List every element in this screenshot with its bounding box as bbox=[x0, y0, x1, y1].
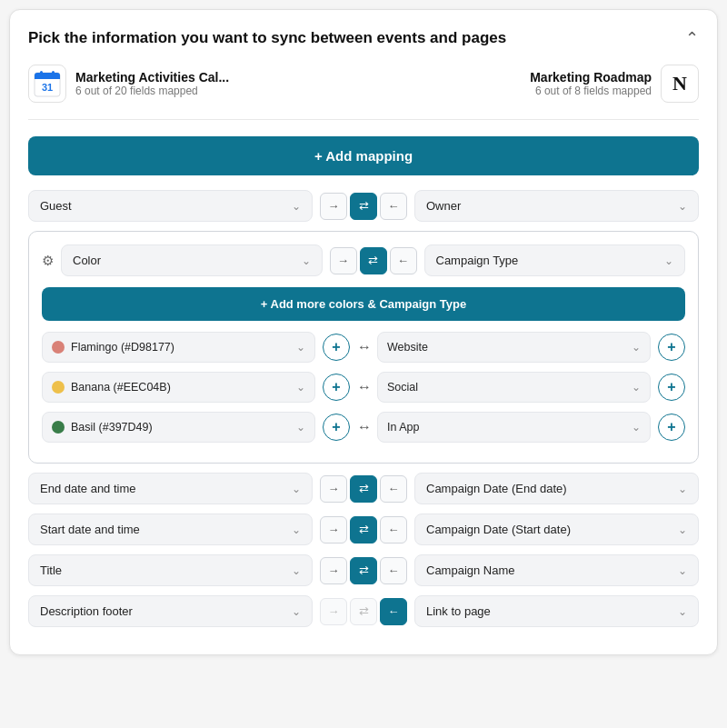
both-arrow-btn[interactable]: ⇄ bbox=[350, 598, 377, 625]
chevron-down-icon: ⌄ bbox=[292, 524, 301, 536]
banana-dot bbox=[52, 381, 65, 394]
direction-group-title: → ⇄ ← bbox=[320, 557, 407, 584]
chevron-down-icon: ⌄ bbox=[296, 341, 305, 354]
chevron-down-icon: ⌄ bbox=[664, 254, 673, 267]
campaign-start-date-dropdown[interactable]: Campaign Date (Start date) ⌄ bbox=[414, 514, 699, 545]
svg-rect-2 bbox=[35, 76, 60, 79]
chevron-down-icon: ⌄ bbox=[292, 200, 301, 213]
owner-dropdown[interactable]: Owner ⌄ bbox=[414, 190, 699, 222]
campaign-type-dropdown[interactable]: Campaign Type ⌄ bbox=[424, 244, 686, 276]
right-arrow-btn[interactable]: → bbox=[320, 475, 347, 503]
guest-dropdown[interactable]: Guest ⌄ bbox=[28, 190, 313, 222]
start-date-dropdown[interactable]: Start date and time ⌄ bbox=[28, 514, 313, 545]
end-date-dropdown[interactable]: End date and time ⌄ bbox=[28, 473, 313, 504]
add-mapping-button[interactable]: + Add mapping bbox=[28, 136, 699, 175]
notion-icon: N bbox=[661, 65, 699, 103]
left-source-fields: 6 out of 20 fields mapped bbox=[75, 85, 229, 97]
chevron-down-icon: ⌄ bbox=[632, 421, 641, 434]
right-arrow-btn[interactable]: → bbox=[320, 516, 347, 544]
main-card: Pick the information you want to sync be… bbox=[9, 9, 718, 655]
both-arrow-btn[interactable]: ⇄ bbox=[350, 193, 377, 220]
svg-rect-4 bbox=[40, 71, 43, 75]
left-arrow-btn[interactable]: ← bbox=[390, 247, 417, 274]
plus-button-basil[interactable]: + bbox=[323, 414, 350, 441]
plus-button-social[interactable]: + bbox=[658, 374, 685, 401]
source-row: 31 Marketing Activities Cal... 6 out of … bbox=[28, 65, 699, 120]
right-arrow-btn[interactable]: → bbox=[330, 247, 357, 274]
right-source-name: Marketing Roadmap bbox=[530, 70, 652, 85]
long-arrow-icon: ↔ bbox=[357, 379, 370, 395]
chevron-down-icon: ⌄ bbox=[678, 483, 687, 495]
color-dropdown[interactable]: Color ⌄ bbox=[61, 244, 323, 276]
description-footer-dropdown[interactable]: Description footer ⌄ bbox=[28, 595, 313, 627]
flamingo-dot bbox=[52, 341, 65, 354]
mapping-row-enddate: End date and time ⌄ → ⇄ ← Campaign Date … bbox=[28, 473, 699, 504]
campaign-end-date-dropdown[interactable]: Campaign Date (End date) ⌄ bbox=[414, 473, 699, 504]
plus-button-banana[interactable]: + bbox=[323, 374, 350, 401]
mapping-row-title: Title ⌄ → ⇄ ← Campaign Name ⌄ bbox=[28, 554, 699, 586]
flamingo-dropdown[interactable]: Flamingo (#D98177) ⌄ bbox=[42, 332, 315, 363]
left-arrow-btn[interactable]: ← bbox=[380, 475, 407, 503]
long-arrow-icon: ↔ bbox=[357, 419, 370, 435]
website-dropdown[interactable]: Website ⌄ bbox=[377, 332, 651, 363]
left-source: 31 Marketing Activities Cal... 6 out of … bbox=[28, 65, 229, 103]
both-arrow-btn[interactable]: ⇄ bbox=[350, 516, 377, 544]
direction-group-enddate: → ⇄ ← bbox=[320, 475, 407, 503]
left-arrow-btn[interactable]: ← bbox=[380, 557, 407, 584]
right-source-fields: 6 out of 8 fields mapped bbox=[530, 85, 652, 97]
svg-text:31: 31 bbox=[42, 82, 53, 93]
left-source-name: Marketing Activities Cal... bbox=[75, 70, 229, 85]
collapse-icon[interactable]: ⌃ bbox=[685, 28, 699, 48]
direction-group-guest: → ⇄ ← bbox=[320, 193, 407, 220]
plus-button-inapp[interactable]: + bbox=[658, 414, 685, 441]
direction-group-description: → ⇄ ← bbox=[320, 598, 407, 625]
chevron-down-icon: ⌄ bbox=[292, 605, 301, 618]
left-arrow-btn[interactable]: ← bbox=[380, 193, 407, 220]
color-direction-group: → ⇄ ← bbox=[330, 247, 417, 274]
plus-button-flamingo[interactable]: + bbox=[323, 334, 350, 361]
color-row-flamingo: Flamingo (#D98177) ⌄ + ↔ Website ⌄ + bbox=[42, 332, 685, 363]
chevron-down-icon: ⌄ bbox=[678, 524, 687, 536]
plus-button-website[interactable]: + bbox=[658, 334, 685, 361]
campaign-name-dropdown[interactable]: Campaign Name ⌄ bbox=[414, 554, 699, 586]
chevron-down-icon: ⌄ bbox=[678, 605, 687, 618]
long-arrow-icon: ↔ bbox=[357, 339, 370, 355]
add-more-colors-button[interactable]: + Add more colors & Campaign Type bbox=[42, 287, 685, 321]
left-source-info: Marketing Activities Cal... 6 out of 20 … bbox=[75, 70, 229, 97]
chevron-down-icon: ⌄ bbox=[292, 564, 301, 577]
chevron-down-icon: ⌄ bbox=[632, 381, 641, 394]
basil-dropdown[interactable]: Basil (#397D49) ⌄ bbox=[42, 412, 315, 443]
color-row-basil: Basil (#397D49) ⌄ + ↔ In App ⌄ + bbox=[42, 412, 685, 443]
basil-dot bbox=[52, 421, 65, 434]
both-arrow-btn[interactable]: ⇄ bbox=[360, 247, 387, 274]
chevron-down-icon: ⌄ bbox=[296, 421, 305, 434]
social-dropdown[interactable]: Social ⌄ bbox=[377, 372, 651, 403]
mapping-row-description: Description footer ⌄ → ⇄ ← Link to page … bbox=[28, 595, 699, 627]
direction-group-startdate: → ⇄ ← bbox=[320, 516, 407, 544]
right-source-info: Marketing Roadmap 6 out of 8 fields mapp… bbox=[530, 70, 652, 97]
mapping-row-guest: Guest ⌄ → ⇄ ← Owner ⌄ bbox=[28, 190, 699, 222]
right-arrow-btn[interactable]: → bbox=[320, 598, 347, 625]
inapp-dropdown[interactable]: In App ⌄ bbox=[377, 412, 651, 443]
chevron-down-icon: ⌄ bbox=[632, 341, 641, 354]
chevron-down-icon: ⌄ bbox=[678, 564, 687, 577]
banana-dropdown[interactable]: Banana (#EEC04B) ⌄ bbox=[42, 372, 315, 403]
chevron-down-icon: ⌄ bbox=[302, 254, 311, 267]
both-arrow-btn[interactable]: ⇄ bbox=[350, 475, 377, 503]
gear-icon[interactable]: ⚙ bbox=[42, 253, 54, 269]
right-arrow-btn[interactable]: → bbox=[320, 557, 347, 584]
svg-rect-5 bbox=[52, 71, 55, 75]
right-arrow-btn[interactable]: → bbox=[320, 193, 347, 220]
link-to-page-dropdown[interactable]: Link to page ⌄ bbox=[414, 595, 699, 627]
chevron-down-icon: ⌄ bbox=[296, 381, 305, 394]
left-arrow-btn[interactable]: ← bbox=[380, 598, 407, 625]
both-arrow-btn[interactable]: ⇄ bbox=[350, 557, 377, 584]
title-dropdown[interactable]: Title ⌄ bbox=[28, 554, 313, 586]
page-title: Pick the information you want to sync be… bbox=[28, 29, 506, 47]
color-row-banana: Banana (#EEC04B) ⌄ + ↔ Social ⌄ + bbox=[42, 372, 685, 403]
left-arrow-btn[interactable]: ← bbox=[380, 516, 407, 544]
card-header: Pick the information you want to sync be… bbox=[28, 28, 699, 48]
color-block-header-row: ⚙ Color ⌄ → ⇄ ← Campaign Type ⌄ bbox=[42, 244, 685, 276]
mapping-row-startdate: Start date and time ⌄ → ⇄ ← Campaign Dat… bbox=[28, 514, 699, 545]
google-calendar-icon: 31 bbox=[28, 65, 66, 103]
